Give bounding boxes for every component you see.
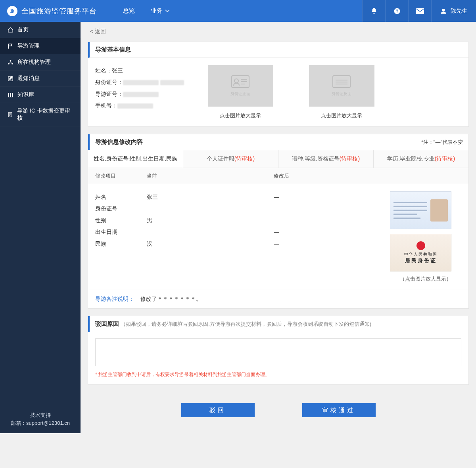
approve-button[interactable]: 审核通过: [302, 403, 376, 417]
svg-point-10: [234, 79, 238, 83]
logo-icon: 旅: [7, 6, 17, 16]
flag-icon: [7, 43, 13, 49]
svg-rect-2: [416, 8, 424, 14]
nav: 总览 业务: [115, 7, 170, 15]
main: < 返回 导游基本信息 姓名：张三 身份证号： 导游证号： 手机号：: [81, 22, 476, 433]
chevron-down-icon: [165, 10, 170, 13]
svg-point-6: [12, 63, 13, 64]
emblem-icon: [416, 241, 425, 250]
user-name: 陈先生: [451, 8, 467, 15]
id-front-image[interactable]: 身份证正面: [208, 65, 273, 107]
mod-id-back[interactable]: 中华人民共和国 居民身份证: [390, 234, 451, 271]
header: 旅 全国旅游监管服务平台 总览 业务 ? 陈先生: [0, 0, 476, 22]
panel-reject-title: 驳回原因 （如果驳回，请务必详细填写驳回原因,方便导游再次提交材料，驳回后，导游…: [88, 316, 468, 332]
panel-basic-title: 导游基本信息: [88, 42, 468, 58]
sidebar-item-notice[interactable]: 通知消息: [0, 71, 81, 87]
sidebar-item-org[interactable]: 所在机构管理: [0, 54, 81, 71]
sidebar-footer: 技术支持 邮箱：support@12301.cn: [0, 405, 81, 433]
edit-icon: [7, 75, 13, 82]
reject-button[interactable]: 驳回: [181, 403, 255, 417]
panel-mod-title: 导游信息修改内容 *注："—"代表不变: [88, 134, 468, 150]
help-icon[interactable]: ?: [385, 0, 408, 22]
reject-note: * 旅游主管部门收到申请后，有权要求导游带着相关材料到旅游主管部门当面办理。: [95, 371, 461, 378]
reject-textarea[interactable]: [95, 338, 461, 366]
sidebar-item-guide[interactable]: 导游管理: [0, 38, 81, 54]
user-menu[interactable]: 陈先生: [431, 0, 476, 22]
svg-point-5: [8, 63, 10, 64]
mod-id-front[interactable]: [390, 191, 451, 229]
app-title: 全国旅游监管服务平台: [21, 6, 97, 16]
header-right: ? 陈先生: [362, 0, 476, 22]
svg-text:?: ?: [395, 8, 398, 13]
org-icon: [7, 59, 13, 65]
mod-table-head: 修改项目 当前 修改后: [88, 168, 468, 184]
tabs: 姓名,身份证号,性别,出生日期,民族 个人证件照(待审核) 语种,等级,资格证号…: [88, 150, 468, 168]
id-front-enlarge[interactable]: 点击图片放大显示: [208, 112, 273, 119]
bell-icon[interactable]: [362, 0, 385, 22]
logo-area: 旅 全国旅游监管服务平台: [0, 6, 115, 16]
sidebar-item-home[interactable]: 首页: [0, 22, 81, 38]
svg-point-3: [442, 9, 445, 11]
svg-point-4: [10, 60, 11, 61]
home-icon: [7, 27, 13, 33]
doc-icon: [7, 111, 13, 118]
book-icon: [7, 92, 13, 98]
nav-business[interactable]: 业务: [151, 7, 170, 15]
user-icon: [440, 8, 447, 14]
mod-rows: 姓名张三 身份证号 性别男 出生日期 民族汉: [95, 191, 274, 283]
tab-edu[interactable]: 学历,毕业院校,专业(待审核): [374, 150, 468, 168]
panel-mod: 导游信息修改内容 *注："—"代表不变 姓名,身份证号,性别,出生日期,民族 个…: [88, 134, 469, 309]
panel-reject: 驳回原因 （如果驳回，请务必详细填写驳回原因,方便导游再次提交材料，驳回后，导游…: [88, 316, 469, 385]
sidebar: 首页 导游管理 所在机构管理 通知消息 知识库 导游 IC 卡数据变更审核 技术…: [0, 22, 81, 433]
nav-overview[interactable]: 总览: [123, 7, 135, 15]
mail-icon[interactable]: [408, 0, 431, 22]
tab-lang[interactable]: 语种,等级,资格证号(待审核): [278, 150, 374, 168]
id-back-image[interactable]: 身份证反面: [309, 65, 374, 107]
mod-id-images: 中华人民共和国 居民身份证 （点击图片放大显示）: [390, 191, 461, 283]
mod-after: — — — — —: [274, 191, 390, 283]
back-link[interactable]: < 返回: [90, 28, 106, 34]
breadcrumb: < 返回: [81, 22, 476, 42]
tab-photo[interactable]: 个人证件照(待审核): [183, 150, 278, 168]
remark-row: 导游备注说明： 修改了＊＊＊＊＊＊＊。: [88, 290, 468, 308]
basic-fields: 姓名：张三 身份证号： 导游证号： 手机号：: [95, 65, 184, 119]
panel-basic: 导游基本信息 姓名：张三 身份证号： 导游证号： 手机号： 身份证正: [88, 42, 469, 127]
sidebar-item-kb[interactable]: 知识库: [0, 87, 81, 103]
actions: 驳回 审核通过: [81, 392, 476, 433]
tab-basic[interactable]: 姓名,身份证号,性别,出生日期,民族: [88, 150, 183, 168]
id-back-enlarge[interactable]: 点击图片放大显示: [309, 112, 374, 119]
sidebar-item-ic[interactable]: 导游 IC 卡数据变更审核: [0, 103, 81, 126]
mod-enlarge-hint: （点击图片放大显示）: [390, 275, 461, 283]
